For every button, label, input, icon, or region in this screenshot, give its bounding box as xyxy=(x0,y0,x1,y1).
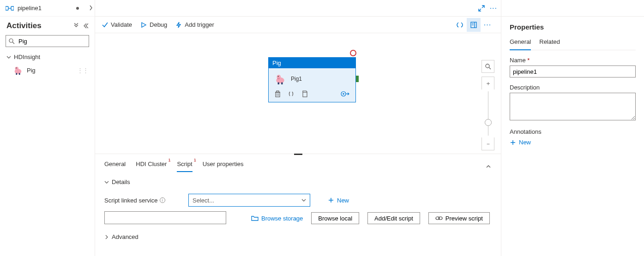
copy-icon[interactable] xyxy=(301,90,308,97)
category-label: HDInsight xyxy=(14,54,40,60)
svg-rect-7 xyxy=(16,73,17,75)
folder-icon xyxy=(251,215,259,221)
tab-hdi-cluster[interactable]: HDI Cluster1 xyxy=(136,161,167,172)
badge-count: 1 xyxy=(168,158,170,162)
zoom-out-button[interactable]: － xyxy=(481,137,494,150)
debug-button[interactable]: Debug xyxy=(140,21,167,28)
unsaved-indicator-icon xyxy=(76,7,79,10)
toolbar-more-button[interactable]: ··· xyxy=(481,18,494,32)
pipeline-canvas[interactable]: Pig Pig1 xyxy=(95,33,501,154)
select-placeholder: Select... xyxy=(193,197,214,204)
code-view-button[interactable] xyxy=(453,18,467,32)
activities-title: Activities xyxy=(6,21,42,30)
svg-point-35 xyxy=(439,217,442,220)
chevron-down-icon xyxy=(104,180,109,185)
svg-point-9 xyxy=(16,68,17,69)
script-linked-service-label: Script linked service xyxy=(104,197,158,204)
browse-local-button[interactable]: Browse local xyxy=(311,212,359,224)
svg-rect-19 xyxy=(277,78,280,79)
tab-general[interactable]: General xyxy=(104,161,126,172)
properties-panel: Properties General Related Name * Descri… xyxy=(501,0,644,256)
file-path-input[interactable] xyxy=(104,211,226,224)
description-label: Description xyxy=(510,77,636,93)
description-input[interactable] xyxy=(510,93,636,120)
svg-rect-0 xyxy=(6,6,8,10)
properties-toggle-button[interactable] xyxy=(467,18,481,32)
play-icon xyxy=(140,22,147,28)
svg-rect-24 xyxy=(277,91,279,92)
canvas-search-button[interactable] xyxy=(481,60,494,73)
name-label: Name xyxy=(510,57,526,64)
zoom-slider[interactable] xyxy=(488,91,488,136)
svg-line-4 xyxy=(12,42,14,44)
properties-title: Properties xyxy=(510,23,636,36)
section-details[interactable]: Details xyxy=(104,177,492,191)
add-trigger-button[interactable]: Add trigger xyxy=(175,21,214,28)
category-hdinsight[interactable]: HDInsight xyxy=(0,52,95,62)
add-output-icon[interactable] xyxy=(341,90,350,97)
svg-rect-1 xyxy=(11,6,14,10)
new-annotation-button[interactable]: New xyxy=(510,137,636,146)
svg-rect-20 xyxy=(276,92,280,97)
script-linked-service-select[interactable]: Select... xyxy=(188,194,310,207)
new-link-label: New xyxy=(337,197,349,204)
activity-node-pig[interactable]: Pig Pig1 xyxy=(268,57,356,102)
node-instance-name: Pig1 xyxy=(291,76,302,82)
activities-search[interactable] xyxy=(6,35,89,47)
zoom-slider-thumb[interactable] xyxy=(485,119,492,126)
svg-rect-16 xyxy=(278,83,279,84)
code-icon[interactable] xyxy=(288,90,295,97)
pipeline-icon xyxy=(6,5,14,12)
node-type-label: Pig xyxy=(269,58,355,68)
zoom-in-button[interactable]: ＋ xyxy=(481,77,494,89)
node-breakpoint-icon[interactable] xyxy=(350,50,356,56)
svg-point-18 xyxy=(278,76,279,77)
preview-script-button[interactable]: Preview script xyxy=(428,212,490,224)
center-pane: ··· Validate Debug Add trigger xyxy=(95,0,501,256)
svg-rect-8 xyxy=(19,73,20,75)
config-tabs: General HDI Cluster1 Script1 User proper… xyxy=(95,154,501,172)
tab-user-properties[interactable]: User properties xyxy=(203,161,244,172)
search-input[interactable] xyxy=(18,37,97,45)
svg-rect-17 xyxy=(281,83,283,84)
pipeline-tab[interactable]: pipeline1 xyxy=(0,0,95,17)
tab-close-icon[interactable] xyxy=(88,5,94,11)
svg-point-30 xyxy=(486,64,489,68)
browse-storage-button[interactable]: Browse storage xyxy=(251,215,303,222)
expand-icon[interactable] xyxy=(478,5,485,12)
more-icon[interactable]: ··· xyxy=(490,4,497,12)
search-icon xyxy=(9,38,15,44)
plus-icon xyxy=(510,139,516,146)
debug-label: Debug xyxy=(150,21,167,28)
pipeline-tab-label: pipeline1 xyxy=(18,5,42,12)
properties-tab-general[interactable]: General xyxy=(510,36,531,50)
name-input[interactable] xyxy=(510,65,636,77)
delete-icon[interactable] xyxy=(274,90,281,97)
expand-all-icon[interactable] xyxy=(73,23,79,29)
collapse-panel-icon[interactable] xyxy=(83,23,88,29)
svg-point-6 xyxy=(15,67,18,70)
chevron-down-icon xyxy=(6,55,11,60)
pig-icon xyxy=(13,65,23,75)
collapse-panel-icon[interactable] xyxy=(485,163,492,170)
add-trigger-label: Add trigger xyxy=(185,21,214,28)
trigger-icon xyxy=(175,22,182,28)
tab-script[interactable]: Script1 xyxy=(177,161,192,172)
chevron-down-icon xyxy=(301,198,306,202)
info-icon[interactable]: i xyxy=(160,197,165,203)
properties-tab-related[interactable]: Related xyxy=(539,36,560,50)
panel-resize-handle[interactable] xyxy=(294,154,302,155)
validate-button[interactable]: Validate xyxy=(102,21,132,28)
activity-pig[interactable]: Pig ⋮⋮ xyxy=(0,62,95,78)
section-advanced[interactable]: Advanced xyxy=(104,224,492,246)
browse-storage-label: Browse storage xyxy=(261,215,303,222)
new-linked-service-button[interactable]: New xyxy=(328,197,349,204)
svg-line-31 xyxy=(489,67,491,69)
validate-label: Validate xyxy=(111,21,132,28)
svg-point-3 xyxy=(9,39,13,42)
preview-icon xyxy=(435,215,443,221)
add-edit-script-button[interactable]: Add/Edit script xyxy=(367,212,420,224)
drag-handle-icon[interactable]: ⋮⋮ xyxy=(77,67,88,74)
activities-sidebar: pipeline1 Activities xyxy=(0,0,95,256)
svg-rect-25 xyxy=(303,92,307,97)
